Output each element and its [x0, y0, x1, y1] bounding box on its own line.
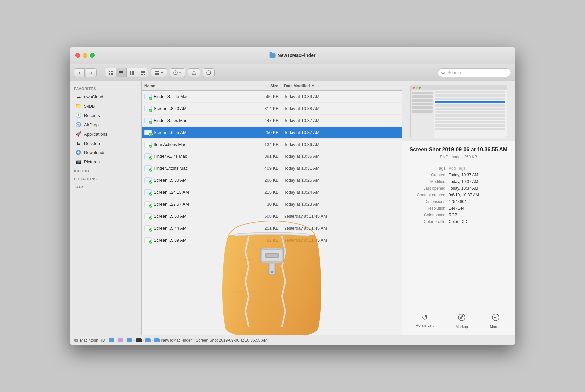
more-label: More...: [490, 325, 501, 329]
file-type-icon: [144, 94, 152, 99]
meta-label: Created: [408, 172, 448, 178]
minimize-button[interactable]: [83, 53, 87, 58]
tags-label: Tags: [70, 182, 141, 190]
table-row[interactable]: Screen...8.20 AM 314 KB Today at 10:38 A…: [142, 103, 402, 115]
rotate-left-button[interactable]: ↺ Rotate Left: [412, 311, 438, 331]
preview-thumbnail: [402, 81, 515, 141]
more-button[interactable]: More...: [486, 311, 505, 331]
meta-value: Today, 10:37 AM: [449, 172, 509, 178]
table-row[interactable]: Screen...6.55 AM 250 KB Today at 10:37 A…: [142, 127, 402, 139]
table-row[interactable]: Screen...5.50 AM 608 KB Yesterday at 11:…: [142, 210, 402, 222]
table-row[interactable]: Finder S...ide Mac 566 KB Today at 10:39…: [142, 91, 402, 103]
bc-folder-5[interactable]: [145, 338, 151, 342]
table-row[interactable]: Screen...5.44 AM 251 KB Yesterday at 11:…: [142, 222, 402, 234]
sort-arrow: ▼: [311, 84, 315, 88]
bc-folder-3[interactable]: [127, 338, 132, 342]
sidebar-item-5idb[interactable]: 📁 5-iDB: [71, 101, 140, 111]
svg-rect-8: [132, 71, 133, 75]
mini-sidebar: [411, 90, 434, 138]
markup-button[interactable]: Markup: [452, 311, 472, 331]
file-name: Item Actions Mac: [154, 142, 186, 147]
file-name: Screen...5.50 AM: [154, 214, 187, 219]
airdrop-icon: [75, 122, 81, 128]
breadcrumb-bar: Macintosh HD › › › › › › NewToMacFinder …: [70, 335, 515, 345]
forward-button[interactable]: ›: [86, 68, 97, 77]
file-date-cell: Today at 10:38 AM: [281, 106, 402, 111]
mini-content: [411, 90, 507, 138]
sidebar-item-recents[interactable]: 🕐 Recents: [71, 111, 140, 120]
table-row[interactable]: Screen...22.57 AM 30 KB Today at 10:23 A…: [142, 198, 402, 210]
bc-folder-2[interactable]: [118, 338, 123, 342]
mini-min: [416, 87, 418, 89]
bc-folder-1[interactable]: [109, 338, 114, 342]
table-row[interactable]: Finder S...ox Mac 447 KB Today at 10:37 …: [142, 115, 402, 127]
sidebar-item-applications[interactable]: 🚀 Applications: [71, 129, 140, 139]
table-row[interactable]: Finder A...ns Mac 391 KB Today at 10:35 …: [142, 150, 402, 162]
share-button[interactable]: [188, 68, 200, 77]
table-row[interactable]: Screen...5.30 AM 206 KB Today at 10:25 A…: [142, 174, 402, 186]
meta-row: Tags Add Tags...: [408, 165, 509, 171]
recents-icon: 🕐: [75, 112, 81, 118]
svg-rect-3: [111, 73, 113, 75]
svg-rect-1: [111, 71, 113, 72]
file-type-icon: [144, 106, 152, 111]
table-row[interactable]: Item Actions Mac 134 KB Today at 10:36 A…: [142, 139, 402, 150]
sidebar-item-owncloud[interactable]: ☁ ownCloud: [71, 92, 140, 101]
tag-button[interactable]: [203, 68, 215, 77]
view-icon-button[interactable]: [105, 68, 116, 77]
file-name: Screen...6.55 AM: [154, 130, 187, 135]
svg-rect-4: [119, 71, 123, 72]
rotate-left-label: Rotate Left: [416, 323, 434, 327]
file-size-cell: 250 KB: [248, 130, 281, 135]
file-size-cell: 82 KB: [248, 238, 281, 243]
file-type-icon: [144, 153, 152, 159]
sidebar-item-airdrop[interactable]: AirDrop: [71, 120, 140, 129]
bc-folder-4[interactable]: [136, 338, 142, 342]
svg-rect-16: [155, 73, 157, 75]
action-button[interactable]: [170, 68, 185, 77]
close-button[interactable]: [75, 53, 80, 58]
back-button[interactable]: ‹: [74, 68, 85, 77]
sidebar-item-downloads[interactable]: Downloads: [71, 148, 140, 157]
preview-subtitle: PNG image - 250 KB: [408, 155, 510, 159]
file-name-cell: Finder A...ns Mac: [142, 153, 248, 159]
sync-status-dot: [149, 216, 153, 220]
meta-value[interactable]: Add Tags...: [449, 165, 509, 171]
search-bar[interactable]: Search: [438, 68, 511, 77]
window-title: NewToMacFinder: [270, 53, 316, 58]
view-list-button[interactable]: [116, 68, 127, 77]
maximize-button[interactable]: [90, 53, 95, 58]
sidebar-item-desktop[interactable]: 🖥 Desktop: [71, 139, 140, 148]
col-size-header[interactable]: Size: [248, 81, 281, 90]
view-gallery-button[interactable]: [137, 68, 148, 77]
file-name: Finder...ttons Mac: [154, 166, 188, 171]
table-row[interactable]: Screen...24.13 AM 215 KB Today at 10:24 …: [142, 186, 402, 198]
file-size-cell: 206 KB: [248, 178, 281, 183]
svg-rect-17: [157, 73, 159, 75]
file-type-icon: [144, 142, 152, 147]
file-name: Screen...5.44 AM: [154, 226, 187, 231]
file-size-cell: 251 KB: [248, 226, 281, 231]
file-size: 447 KB: [264, 118, 279, 123]
sidebar-item-pictures[interactable]: 📷 Pictures: [71, 157, 140, 166]
svg-rect-13: [144, 74, 145, 75]
group-by-button[interactable]: [151, 68, 167, 77]
file-type-icon: [144, 130, 152, 135]
titlebar: NewToMacFinder: [70, 47, 515, 64]
table-row[interactable]: Finder...ttons Mac 409 KB Today at 10:31…: [142, 162, 402, 174]
file-size: 251 KB: [264, 226, 279, 231]
bc-newtomacfinder[interactable]: NewToMacFinder: [154, 338, 192, 343]
svg-rect-14: [155, 71, 157, 72]
meta-label: Last opened: [408, 185, 448, 191]
breadcrumb-macintosh-hd[interactable]: Macintosh HD: [74, 338, 105, 343]
file-name-cell: Screen...5.50 AM: [142, 213, 248, 219]
view-column-button[interactable]: [127, 68, 137, 77]
favorites-label: Favorites: [70, 84, 141, 92]
main-content: Favorites ☁ ownCloud 📁 5-iDB 🕐 Recents: [70, 81, 515, 335]
bc-screenshot-file[interactable]: Screen Shot 2019-09-06 at 10.36.55 AM: [196, 338, 267, 343]
file-type-icon: [144, 237, 152, 243]
col-name-header[interactable]: Name: [142, 81, 248, 90]
col-date-header[interactable]: Date Modified ▼: [281, 81, 402, 90]
table-row[interactable]: Screen...5.39 AM 82 KB Yesterday at 11:4…: [142, 234, 402, 246]
file-date: Today at 10:36 AM: [284, 142, 320, 147]
